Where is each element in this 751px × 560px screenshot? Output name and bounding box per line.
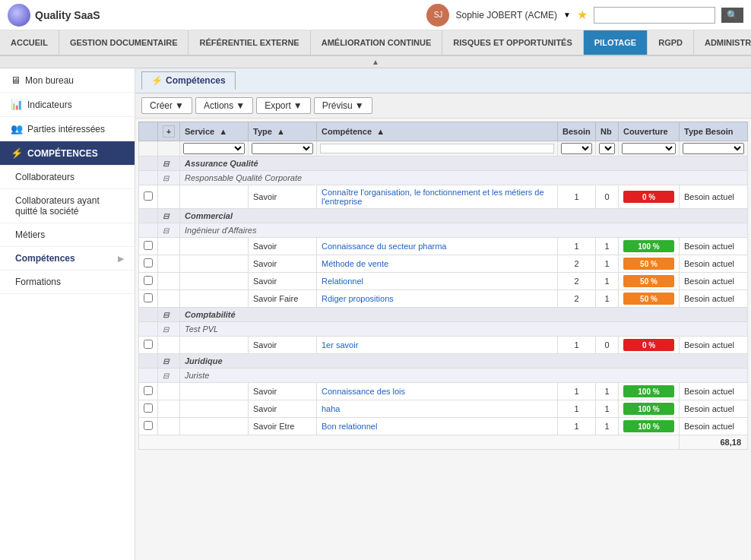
col-header-type[interactable]: Type ▲: [249, 122, 317, 141]
nav-amelioration[interactable]: AMÉLIORATION CONTINUE: [311, 30, 443, 55]
bureau-icon: 🖥: [11, 74, 21, 86]
nav-pilotage[interactable]: PILOTAGE: [584, 30, 648, 55]
nav-administration[interactable]: ADMINISTRATION: [694, 30, 751, 55]
star-icon[interactable]: ★: [577, 8, 588, 22]
filter-besoin-select[interactable]: [561, 143, 592, 154]
sidebar-item-formations[interactable]: Formations: [0, 271, 135, 294]
row-check-cell[interactable]: [139, 255, 158, 273]
group-collapse[interactable]: ⊟: [158, 209, 180, 223]
search-input[interactable]: [594, 7, 715, 24]
previsu-button[interactable]: Prévisu ▼: [314, 97, 372, 114]
table-row: Savoir Faire Rdiger propositions 2 1 50 …: [139, 290, 748, 308]
row-check-cell[interactable]: [139, 400, 158, 418]
sidebar-item-parties[interactable]: 👥 Parties intéressées: [0, 117, 135, 141]
col-header-competence[interactable]: Compétence ▲: [317, 122, 558, 141]
row-check-cell[interactable]: [139, 185, 158, 209]
row-check-cell[interactable]: [139, 418, 158, 435]
actions-button[interactable]: Actions ▼: [195, 97, 253, 114]
row-add-cell: [158, 290, 180, 308]
row-check-cell[interactable]: [139, 238, 158, 255]
subgroup-collapse-icon[interactable]: ⊟: [163, 226, 169, 235]
sidebar-item-competences[interactable]: ⚡ COMPÉTENCES: [0, 141, 135, 166]
sidebar-item-indicateurs[interactable]: 📊 Indicateurs: [0, 93, 135, 117]
group-collapse-icon[interactable]: ⊟: [163, 160, 169, 168]
sidebar-item-comp-sub[interactable]: Compétences ▶: [0, 247, 135, 271]
row-check-cell[interactable]: [139, 290, 158, 308]
row-add-cell: [158, 400, 180, 418]
group-collapse[interactable]: ⊟: [158, 157, 180, 171]
row-checkbox[interactable]: [144, 258, 153, 267]
row-checkbox[interactable]: [144, 276, 153, 285]
nav-collapse-button[interactable]: ▲: [367, 56, 384, 68]
search-button[interactable]: 🔍: [721, 8, 743, 23]
group-collapse[interactable]: ⊟: [158, 354, 180, 369]
row-check-cell[interactable]: [139, 383, 158, 400]
app-header: Quality SaaS SJ Sophie JOBERT (ACME) ▼ ★…: [0, 0, 751, 30]
subgroup-collapse-icon[interactable]: ⊟: [163, 372, 169, 380]
row-add-cell: [158, 273, 180, 290]
filter-type-besoin-select[interactable]: [683, 143, 744, 154]
row-checkbox[interactable]: [144, 340, 153, 349]
row-couverture: 50 %: [619, 273, 680, 290]
table-row: Savoir Connaissance des lois 1 1 100 % B…: [139, 383, 748, 400]
row-nb: 0: [596, 185, 619, 209]
row-checkbox[interactable]: [144, 191, 153, 201]
group-label: Juridique: [180, 354, 748, 369]
nav-rgpd[interactable]: RGPD: [648, 30, 694, 55]
filter-check: [139, 141, 158, 157]
row-checkbox[interactable]: [144, 386, 153, 395]
nav-referentiel[interactable]: RÉFÉRENTIEL EXTERNE: [189, 30, 310, 55]
creer-button[interactable]: Créer ▼: [141, 97, 192, 114]
nav-gestion-doc[interactable]: GESTION DOCUMENTAIRE: [59, 30, 189, 55]
row-checkbox[interactable]: [144, 241, 153, 250]
group-collapse-icon[interactable]: ⊟: [163, 311, 169, 319]
subgroup-collapse[interactable]: ⊟: [158, 369, 180, 383]
subgroup-check: [139, 223, 158, 238]
subgroup-collapse-icon[interactable]: ⊟: [163, 325, 169, 334]
subgroup-collapse[interactable]: ⊟: [158, 223, 180, 238]
sidebar-item-collab-quit[interactable]: Collaborateurs ayant quitté la société: [0, 189, 135, 223]
row-check-cell[interactable]: [139, 273, 158, 290]
row-competence: 1er savoir: [317, 337, 558, 354]
filter-competence-input[interactable]: [320, 144, 554, 153]
col-header-service[interactable]: Service ▲: [180, 122, 249, 141]
sidebar-item-mon-bureau[interactable]: 🖥 Mon bureau: [0, 68, 135, 93]
row-add-cell: [158, 418, 180, 435]
subgroup-collapse[interactable]: ⊟: [158, 171, 180, 185]
sidebar-label-formations: Formations: [15, 277, 61, 287]
avatar: SJ: [426, 4, 449, 27]
sidebar-item-collaborateurs[interactable]: Collaborateurs: [0, 166, 135, 189]
table-row: Savoir Connaître l'organisation, le fonc…: [139, 185, 748, 209]
row-checkbox[interactable]: [144, 293, 153, 302]
subgroup-collapse[interactable]: ⊟: [158, 322, 180, 337]
group-collapse-icon[interactable]: ⊟: [163, 212, 169, 220]
row-competence: Rdiger propositions: [317, 290, 558, 308]
filter-service-select[interactable]: [183, 143, 245, 154]
filter-couverture-select[interactable]: [622, 143, 676, 154]
row-checkbox[interactable]: [144, 403, 153, 413]
group-collapse-icon[interactable]: ⊟: [163, 357, 169, 365]
export-button[interactable]: Export ▼: [256, 97, 311, 114]
tab-label: Compétences: [166, 75, 226, 86]
table-subgroup-row: ⊟ Responsable Qualité Corporate: [139, 171, 748, 185]
dropdown-icon[interactable]: ▼: [563, 11, 571, 19]
user-name[interactable]: Sophie JOBERT (ACME): [455, 10, 557, 21]
group-collapse[interactable]: ⊟: [158, 308, 180, 322]
filter-competence: [317, 141, 558, 157]
progress-bar: 100 %: [623, 385, 674, 397]
add-col-button[interactable]: +: [163, 125, 175, 138]
filter-type-select[interactable]: [252, 143, 313, 154]
filter-nb-select[interactable]: [599, 143, 615, 154]
row-add-cell: [158, 238, 180, 255]
row-checkbox[interactable]: [144, 421, 153, 430]
nav-accueil[interactable]: ACCUEIL: [0, 30, 59, 55]
tab-competences[interactable]: ⚡ Compétences: [141, 71, 236, 90]
nav-risques[interactable]: RISQUES ET OPPORTUNITÉS: [442, 30, 583, 55]
row-check-cell[interactable]: [139, 337, 158, 354]
header-right: SJ Sophie JOBERT (ACME) ▼ ★ 🔍: [426, 4, 743, 27]
col-header-add: +: [158, 122, 180, 141]
sidebar-item-metiers[interactable]: Métiers: [0, 223, 135, 247]
progress-bar: 100 %: [623, 403, 674, 415]
row-type: Savoir: [249, 337, 317, 354]
subgroup-collapse-icon[interactable]: ⊟: [163, 174, 169, 182]
